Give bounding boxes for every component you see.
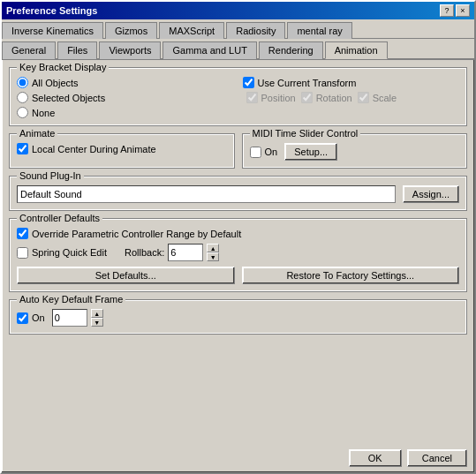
window-title: Preference Settings (6, 5, 97, 16)
close-button[interactable]: × (456, 4, 470, 17)
tab-inverse-kinematics[interactable]: Inverse Kinematics (2, 22, 103, 39)
controller-label: Controller Defaults (17, 213, 102, 223)
tab-animation[interactable]: Animation (325, 41, 388, 59)
controller-group: Controller Defaults Override Parametric … (9, 218, 467, 292)
tab-files[interactable]: Files (57, 41, 97, 59)
frame-down-button[interactable]: ▼ (91, 318, 103, 327)
use-current-transform-input[interactable] (243, 77, 254, 88)
radio-none-input[interactable] (17, 107, 28, 118)
animate-label: Animate (17, 128, 57, 139)
radio-none[interactable]: None (17, 107, 234, 118)
rollback-up-button[interactable]: ▲ (207, 244, 219, 252)
tab-mental-ray[interactable]: mental ray (287, 22, 351, 39)
preference-settings-window: Preference Settings ? × Inverse Kinemati… (0, 0, 476, 474)
radio-all-objects[interactable]: All Objects (17, 77, 234, 88)
override-input[interactable] (17, 228, 28, 239)
rotation-input[interactable] (301, 92, 313, 103)
local-center-input[interactable] (17, 143, 28, 154)
cancel-button[interactable]: Cancel (407, 449, 467, 467)
midi-on-check[interactable]: On (250, 147, 278, 158)
midi-setup-button[interactable]: Setup... (284, 143, 337, 161)
radio-group-objects: All Objects Selected Objects None (17, 77, 234, 118)
tabs-row-1: Inverse Kinematics Gizmos MAXScript Radi… (2, 19, 474, 39)
auto-key-group: Auto Key Default Frame On ▲ ▼ (9, 299, 467, 335)
spring-check[interactable]: Spring Quick Edit (17, 247, 107, 259)
set-defaults-button[interactable]: Set Defaults... (17, 267, 235, 284)
radio-selected-objects[interactable]: Selected Objects (17, 92, 234, 103)
local-center-check[interactable]: Local Center During Animate (17, 143, 227, 154)
sound-input[interactable] (17, 185, 396, 203)
rollback-label: Rollback: (125, 247, 164, 258)
radio-all-objects-input[interactable] (17, 77, 28, 88)
footer: OK Cancel (2, 444, 474, 472)
midi-label: MIDI Time Slider Control (250, 128, 361, 139)
position-check[interactable]: Position (246, 92, 296, 103)
tab-viewports[interactable]: Viewports (99, 41, 161, 59)
title-bar: Preference Settings ? × (2, 2, 474, 19)
key-bracket-label: Key Bracket Display (17, 62, 109, 72)
scale-input[interactable] (358, 92, 369, 103)
radio-selected-objects-input[interactable] (17, 92, 28, 103)
override-check[interactable]: Override Parametric Controller Range by … (17, 228, 459, 239)
ok-button[interactable]: OK (349, 449, 402, 467)
rollback-down-button[interactable]: ▼ (207, 252, 219, 261)
position-input[interactable] (246, 92, 258, 103)
rotation-check[interactable]: Rotation (301, 92, 352, 103)
auto-key-on-check[interactable]: On (17, 312, 45, 324)
sound-group: Sound Plug-In Assign... (9, 176, 467, 211)
tab-radiosity[interactable]: Radiosity (226, 22, 285, 39)
restore-factory-button[interactable]: Restore To Factory Settings... (242, 267, 460, 284)
tab-maxscript[interactable]: MAXScript (159, 22, 224, 39)
midi-on-input[interactable] (250, 147, 261, 158)
tabs-row-2: General Files Viewports Gamma and LUT Re… (2, 39, 474, 60)
rollback-input[interactable] (168, 244, 203, 261)
frame-up-button[interactable]: ▲ (91, 309, 103, 318)
sound-label: Sound Plug-In (17, 170, 84, 181)
spring-input[interactable] (17, 247, 28, 259)
title-bar-buttons: ? × (440, 4, 470, 17)
tab-gamma-lut[interactable]: Gamma and LUT (162, 41, 256, 59)
main-content: Key Bracket Display All Objects Selected… (2, 60, 474, 444)
assign-button[interactable]: Assign... (403, 185, 459, 203)
use-current-transform-check[interactable]: Use Current Transform (243, 77, 460, 88)
tab-general[interactable]: General (2, 41, 56, 59)
key-bracket-group: Key Bracket Display All Objects Selected… (9, 67, 467, 126)
help-button[interactable]: ? (440, 4, 454, 17)
midi-group: MIDI Time Slider Control On Setup... (242, 133, 468, 169)
auto-key-on-input[interactable] (17, 312, 28, 324)
tab-gizmos[interactable]: Gizmos (105, 22, 157, 39)
tab-rendering[interactable]: Rendering (259, 41, 323, 59)
frame-input[interactable] (52, 309, 87, 327)
auto-key-label: Auto Key Default Frame (17, 294, 125, 305)
animate-group: Animate Local Center During Animate (9, 133, 235, 169)
scale-check[interactable]: Scale (358, 92, 397, 103)
